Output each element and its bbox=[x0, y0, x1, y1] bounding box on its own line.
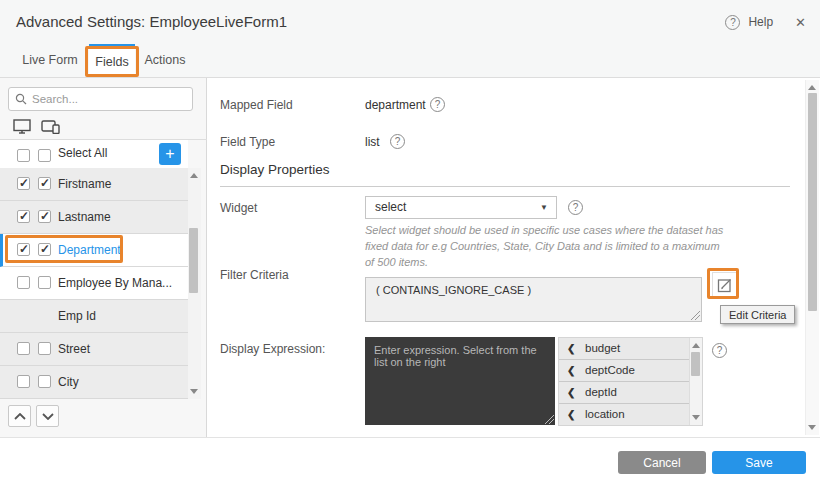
insert-left-icon: ❮ bbox=[567, 360, 575, 381]
page-title: Advanced Settings: EmployeeLiveForm1 bbox=[16, 0, 287, 44]
mobile-checkbox[interactable] bbox=[38, 342, 51, 355]
field-label: Employee By Mana... bbox=[58, 267, 172, 299]
close-icon[interactable]: ✕ bbox=[795, 15, 806, 30]
scrollbar-thumb[interactable] bbox=[189, 228, 198, 293]
expression-field-label: location bbox=[585, 408, 625, 420]
scroll-down-icon[interactable] bbox=[692, 415, 700, 420]
mobile-checkbox[interactable] bbox=[38, 243, 51, 256]
field-label: Firstname bbox=[58, 168, 111, 200]
sidebar-scrollbar[interactable] bbox=[188, 168, 201, 399]
chevron-down-icon bbox=[42, 413, 54, 420]
web-checkbox[interactable] bbox=[17, 276, 30, 289]
edit-criteria-button[interactable] bbox=[712, 272, 737, 297]
field-order-controls bbox=[0, 399, 207, 437]
display-expression-help-icon[interactable]: ? bbox=[712, 343, 727, 358]
field-row-department[interactable]: Department bbox=[0, 234, 188, 267]
scroll-up-icon[interactable] bbox=[692, 343, 700, 348]
expression-field-budget[interactable]: ❮ budget bbox=[559, 338, 690, 360]
advanced-settings-dialog: Advanced Settings: EmployeeLiveForm1 ? H… bbox=[0, 0, 820, 489]
expression-field-location[interactable]: ❮ location bbox=[559, 404, 690, 426]
main-scrollbar[interactable] bbox=[805, 80, 819, 435]
field-label: Department bbox=[58, 234, 121, 266]
dropdown-arrow-icon: ▼ bbox=[540, 197, 548, 219]
insert-left-icon: ❮ bbox=[567, 338, 575, 359]
edit-icon bbox=[717, 277, 733, 293]
display-expression-input[interactable] bbox=[365, 337, 555, 425]
expression-field-label: deptId bbox=[585, 386, 617, 398]
scroll-up-icon[interactable] bbox=[190, 173, 198, 178]
widget-description: Select widget should be used in specific… bbox=[365, 223, 727, 271]
widget-label: Widget bbox=[220, 201, 257, 215]
web-checkbox[interactable] bbox=[17, 375, 30, 388]
mobile-checkbox[interactable] bbox=[38, 375, 51, 388]
select-all-web-checkbox[interactable] bbox=[17, 149, 30, 162]
scrollbar-thumb[interactable] bbox=[808, 93, 817, 311]
fields-sidebar: Select All + Firstname Lastname Departme… bbox=[0, 78, 207, 437]
search-input[interactable] bbox=[32, 93, 186, 105]
move-down-button[interactable] bbox=[36, 405, 59, 427]
filter-criteria-box[interactable]: ( CONTAINS_IGNORE_CASE ) bbox=[365, 277, 702, 322]
save-button[interactable]: Save bbox=[712, 451, 806, 474]
expression-field-deptid[interactable]: ❮ deptId bbox=[559, 382, 690, 404]
display-expression-label: Display Expression: bbox=[220, 342, 325, 356]
field-row-city[interactable]: City bbox=[0, 366, 188, 399]
plus-icon: + bbox=[165, 145, 174, 162]
scrollbar-thumb[interactable] bbox=[691, 352, 700, 376]
expression-list-scrollbar[interactable] bbox=[689, 338, 702, 425]
field-row-firstname[interactable]: Firstname bbox=[0, 168, 188, 201]
web-checkbox[interactable] bbox=[17, 210, 30, 223]
chevron-up-icon bbox=[14, 413, 26, 420]
select-all-mobile-checkbox[interactable] bbox=[38, 149, 51, 162]
device-toggle-row bbox=[0, 114, 207, 140]
scroll-down-icon[interactable] bbox=[190, 389, 198, 394]
help-icon[interactable]: ? bbox=[725, 15, 740, 30]
move-up-button[interactable] bbox=[8, 405, 31, 427]
expression-field-label: budget bbox=[585, 342, 620, 354]
filter-criteria-value: ( CONTAINS_IGNORE_CASE ) bbox=[376, 284, 531, 296]
field-label: Emp Id bbox=[58, 300, 96, 332]
help-link[interactable]: Help bbox=[748, 15, 773, 29]
select-all-label: Select All bbox=[58, 140, 107, 167]
mobile-devices-icon[interactable] bbox=[41, 119, 61, 134]
web-checkbox[interactable] bbox=[17, 243, 30, 256]
field-type-value: list bbox=[365, 135, 380, 149]
tab-actions[interactable]: Actions bbox=[141, 44, 189, 77]
expression-fields-list: ❮ budget ❮ deptCode ❮ deptId ❮ location bbox=[558, 337, 703, 426]
field-row-employee-by-manager[interactable]: Employee By Mana... bbox=[0, 267, 188, 300]
expression-field-deptcode[interactable]: ❮ deptCode bbox=[559, 360, 690, 382]
resize-handle-icon[interactable] bbox=[691, 311, 700, 320]
field-row-street[interactable]: Street bbox=[0, 333, 188, 366]
search-box[interactable] bbox=[8, 87, 193, 111]
field-row-emp-id[interactable]: Emp Id bbox=[0, 300, 188, 333]
mobile-checkbox[interactable] bbox=[38, 276, 51, 289]
web-checkbox[interactable] bbox=[17, 177, 30, 190]
mapped-field-help-icon[interactable]: ? bbox=[430, 97, 445, 112]
field-label: Lastname bbox=[58, 201, 111, 233]
mobile-checkbox[interactable] bbox=[38, 210, 51, 223]
widget-select[interactable]: select ▼ bbox=[365, 196, 557, 219]
search-icon bbox=[15, 93, 27, 105]
mapped-field-value: department bbox=[365, 98, 426, 112]
scroll-down-icon[interactable] bbox=[808, 425, 816, 430]
web-checkbox[interactable] bbox=[17, 342, 30, 355]
edit-criteria-tooltip: Edit Criteria bbox=[720, 305, 795, 324]
dialog-footer: Cancel Save bbox=[0, 437, 820, 489]
dialog-header: Advanced Settings: EmployeeLiveForm1 ? H… bbox=[0, 0, 820, 44]
field-type-label: Field Type bbox=[220, 135, 275, 149]
field-label: City bbox=[58, 366, 79, 398]
tab-fields[interactable]: Fields bbox=[89, 44, 135, 77]
insert-left-icon: ❮ bbox=[567, 382, 575, 403]
mobile-checkbox[interactable] bbox=[38, 177, 51, 190]
field-row-lastname[interactable]: Lastname bbox=[0, 201, 188, 234]
scroll-up-icon[interactable] bbox=[808, 85, 816, 90]
tab-live-form[interactable]: Live Form bbox=[18, 44, 82, 77]
widget-help-icon[interactable]: ? bbox=[568, 200, 583, 215]
cancel-button[interactable]: Cancel bbox=[618, 451, 706, 474]
expression-field-label: deptCode bbox=[585, 364, 635, 376]
resize-handle-icon[interactable] bbox=[545, 415, 554, 424]
desktop-icon[interactable] bbox=[13, 119, 31, 134]
add-field-button[interactable]: + bbox=[159, 143, 181, 165]
field-label: Street bbox=[58, 333, 90, 365]
insert-left-icon: ❮ bbox=[567, 404, 575, 425]
field-type-help-icon[interactable]: ? bbox=[390, 134, 405, 149]
